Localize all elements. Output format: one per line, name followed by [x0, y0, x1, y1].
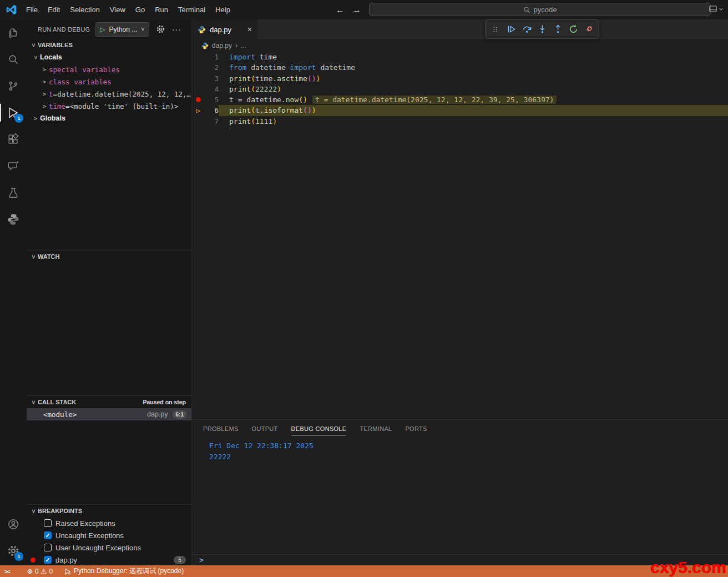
breakpoint-row[interactable]: User Uncaught Exceptions	[27, 541, 191, 554]
menu-item-go[interactable]: Go	[130, 6, 150, 14]
menu-item-selection[interactable]: Selection	[65, 6, 104, 14]
breakpoint-row[interactable]: ✓dap.py5	[27, 554, 191, 566]
line-number: 6	[204, 105, 219, 116]
variable-row[interactable]: >Globals	[27, 112, 191, 124]
nav-back-icon[interactable]: ←	[336, 5, 345, 15]
breakpoints-section-header[interactable]: > BREAKPOINTS	[27, 505, 191, 517]
menu-item-help[interactable]: Help	[210, 6, 235, 14]
menu-item-edit[interactable]: Edit	[43, 6, 65, 14]
gutter[interactable]	[192, 62, 204, 73]
variables-section-header[interactable]: > VARIABLES	[27, 39, 191, 51]
settings-gear-icon[interactable]: 1	[0, 538, 27, 564]
twisty-icon[interactable]: >	[40, 91, 49, 98]
panel-tab-terminal[interactable]: TERMINAL	[360, 422, 392, 435]
panel-tab-debug-console[interactable]: DEBUG CONSOLE	[291, 422, 347, 435]
code-line[interactable]: 5t = datetime.now()t = datetime.datetime…	[192, 94, 728, 105]
variable-row[interactable]: >time = <module 'time' (built-in)>	[27, 100, 191, 112]
variable-label: Locals	[40, 53, 62, 61]
menu-item-file[interactable]: File	[21, 6, 43, 14]
gutter[interactable]	[192, 52, 204, 62]
search-sidebar-icon[interactable]	[0, 46, 27, 73]
remote-indicator[interactable]: ><	[0, 568, 15, 575]
breakpoint-row[interactable]: ✓Uncaught Exceptions	[27, 529, 191, 541]
step-into-button[interactable]	[535, 23, 549, 36]
restart-button[interactable]	[567, 23, 580, 36]
extensions-icon[interactable]	[0, 126, 27, 153]
breadcrumb-tail[interactable]: ...	[241, 42, 246, 49]
explorer-icon[interactable]	[0, 19, 27, 46]
gutter[interactable]	[192, 116, 204, 127]
chat-icon[interactable]	[0, 153, 27, 179]
call-stack-frame-row[interactable]: <module> dap.py 6:1	[27, 408, 191, 420]
step-over-button[interactable]	[520, 23, 533, 36]
code-line[interactable]: 1import time	[192, 52, 728, 62]
gutter[interactable]	[192, 84, 204, 94]
python-file-icon	[198, 26, 206, 34]
code-line[interactable]: ▷6print(t.isoformat())	[192, 105, 728, 116]
code-text: import time	[219, 52, 728, 62]
breadcrumb: dap.py › ...	[192, 39, 728, 52]
breakpoint-checkbox[interactable]: ✓	[44, 556, 52, 564]
twisty-icon[interactable]: >	[40, 103, 49, 110]
breakpoint-checkbox[interactable]: ✓	[44, 531, 52, 539]
variable-row[interactable]: >class variables	[27, 76, 191, 88]
start-debug-icon[interactable]: ▷	[100, 26, 105, 33]
editor-region: dap.py × dap.py › ... 1import time2from …	[191, 19, 728, 565]
more-actions-icon[interactable]: ···	[172, 25, 181, 34]
account-icon[interactable]	[0, 511, 27, 538]
call-stack-section-header[interactable]: > CALL STACK Paused on step	[27, 396, 191, 408]
debug-settings-gear-icon[interactable]	[156, 24, 165, 34]
warning-icon: ⚠	[41, 568, 47, 575]
variable-label: class variables	[49, 78, 112, 86]
tab-dap-py[interactable]: dap.py ×	[192, 19, 257, 39]
twisty-icon[interactable]: >	[32, 53, 39, 62]
source-control-icon[interactable]	[0, 73, 27, 99]
code-line[interactable]: 2from datetime import datetime	[192, 62, 728, 73]
panel-tab-output[interactable]: OUTPUT	[252, 422, 278, 435]
code-line[interactable]: 3print(time.asctime())	[192, 73, 728, 84]
debug-console-input[interactable]: >	[192, 554, 728, 565]
toolbar-grip-icon[interactable]	[489, 23, 502, 36]
chevron-down-icon	[719, 7, 724, 12]
disconnect-button[interactable]	[582, 23, 595, 36]
breadcrumb-file[interactable]: dap.py	[212, 42, 232, 49]
breakpoint-glyph-icon[interactable]	[192, 94, 204, 105]
twisty-icon[interactable]: >	[40, 78, 49, 86]
watch-section-header[interactable]: > WATCH	[27, 250, 191, 263]
layout-toggle-button[interactable]	[709, 4, 724, 13]
breakpoint-checkbox[interactable]	[44, 544, 52, 551]
step-out-button[interactable]	[551, 23, 564, 36]
menu-item-run[interactable]: Run	[150, 6, 173, 14]
nav-forward-icon[interactable]: →	[352, 5, 361, 15]
menu-item-view[interactable]: View	[105, 6, 130, 14]
code-line[interactable]: 7print(1111)	[192, 116, 728, 127]
panel-tab-problems[interactable]: PROBLEMS	[203, 422, 239, 435]
variable-name: time	[49, 102, 65, 111]
python-extension-icon[interactable]	[0, 206, 27, 233]
gutter[interactable]	[192, 73, 204, 84]
section-chevron-icon: >	[30, 41, 37, 49]
code-line[interactable]: 4print(22222)	[192, 84, 728, 94]
twisty-icon[interactable]: >	[40, 66, 49, 73]
variable-name: t	[49, 90, 53, 98]
code-editor[interactable]: 1import time2from datetime import dateti…	[192, 52, 728, 419]
continue-button[interactable]	[504, 23, 518, 36]
search-box[interactable]: pycode	[369, 3, 711, 16]
debugger-status[interactable]: Python Debugger: 远程调试 (pycode)	[60, 565, 187, 577]
menu-item-terminal[interactable]: Terminal	[173, 6, 210, 14]
breakpoint-row[interactable]: Raised Exceptions	[27, 517, 191, 529]
variable-row[interactable]: >special variables	[27, 63, 191, 76]
current-step-arrow-icon[interactable]: ▷	[192, 105, 204, 116]
variable-row[interactable]: >t = datetime.datetime(2025, 12, 12,…	[27, 88, 191, 100]
call-stack-section-title: CALL STACK	[38, 399, 76, 405]
launch-config-select[interactable]: ▷ Python ... >	[95, 22, 149, 37]
panel-tab-ports[interactable]: PORTS	[405, 422, 427, 435]
run-debug-icon[interactable]: 1	[0, 99, 27, 126]
variable-row[interactable]: >Locals	[27, 51, 191, 63]
problems-status[interactable]: ⊗ 0 ⚠ 0	[24, 565, 56, 577]
twisty-icon[interactable]: >	[31, 115, 40, 122]
breakpoint-checkbox[interactable]	[44, 519, 52, 527]
testing-icon[interactable]	[0, 179, 27, 206]
tab-close-icon[interactable]: ×	[247, 25, 252, 34]
line-number: 2	[204, 62, 219, 73]
